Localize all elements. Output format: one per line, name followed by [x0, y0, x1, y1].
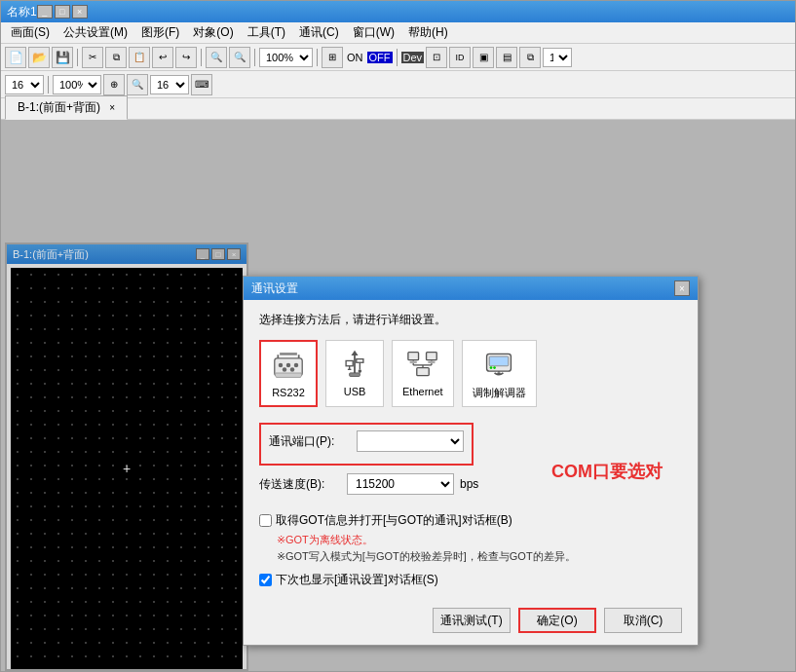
- menu-help[interactable]: 帮助(H): [402, 22, 454, 43]
- checkbox1-label: 取得GOT信息并打开[与GOT的通讯]对话框(B): [276, 512, 512, 529]
- paste-button[interactable]: 📋: [129, 47, 150, 68]
- svg-point-4: [283, 367, 286, 371]
- menu-comm[interactable]: 通讯(C): [293, 22, 345, 43]
- ok-button[interactable]: 确定(O): [518, 608, 596, 633]
- menu-common[interactable]: 公共设置(M): [57, 22, 133, 43]
- zoom-btn3[interactable]: 🔍: [127, 74, 148, 95]
- svg-rect-17: [426, 353, 436, 360]
- svg-point-1: [279, 363, 283, 367]
- ethernet-icon: [405, 347, 440, 382]
- com-port-select[interactable]: [357, 430, 464, 452]
- menu-window[interactable]: 窗口(W): [347, 22, 400, 43]
- on-label: ON: [345, 52, 365, 63]
- svg-rect-23: [409, 360, 416, 363]
- com-port-row: 通讯端口(P):: [269, 430, 464, 452]
- conn-rs232[interactable]: RS232: [259, 340, 318, 407]
- redo-button[interactable]: ↪: [175, 47, 197, 68]
- separator4: [317, 49, 318, 66]
- zoom-in-button[interactable]: 🔍: [206, 47, 227, 68]
- dev-label: Dev: [401, 52, 425, 63]
- save-button[interactable]: 💾: [52, 47, 73, 68]
- conn-modem[interactable]: 调制解调器: [462, 340, 537, 407]
- svg-marker-8: [351, 351, 358, 355]
- form-section: 通讯端口(P): COM口要选对 传送速度(B): 115200 bps: [259, 423, 682, 495]
- open-button[interactable]: 📂: [28, 47, 50, 68]
- svg-point-28: [490, 366, 493, 369]
- title-bar-text: 名称1: [7, 4, 37, 20]
- zoom-select[interactable]: 100%: [259, 48, 313, 67]
- minimize-button[interactable]: _: [37, 5, 53, 19]
- comm-test-button[interactable]: 通讯测试(T): [433, 608, 511, 633]
- menu-tools[interactable]: 工具(T): [242, 22, 291, 43]
- svg-point-2: [286, 363, 290, 367]
- rs232-icon: [271, 348, 306, 383]
- grid-val-select[interactable]: 16: [150, 75, 189, 94]
- frame-button[interactable]: ▣: [473, 47, 494, 68]
- tab-close-btn[interactable]: ×: [109, 102, 115, 113]
- layer-select[interactable]: 1: [543, 48, 572, 67]
- comm-settings-dialog: 通讯设置 × 选择连接方法后，请进行详细设置。: [243, 276, 699, 646]
- menu-graphics[interactable]: 图形(F): [135, 22, 185, 43]
- toolbar-row2: 16 100% ⊕ 🔍 16 ⌨: [1, 71, 795, 98]
- com-port-label: 通讯端口(P):: [269, 433, 357, 450]
- separator5: [397, 49, 398, 66]
- checkbox1-input[interactable]: [259, 514, 272, 527]
- svg-point-14: [359, 369, 362, 373]
- tab-b1[interactable]: B-1:(前面+背面) ×: [5, 95, 128, 120]
- dialog-body: 选择连接方法后，请进行详细设置。: [244, 300, 698, 645]
- svg-rect-16: [408, 353, 419, 360]
- dialog-title-bar: 通讯设置 ×: [244, 277, 698, 300]
- separator1: [77, 49, 78, 66]
- grid-disp-button[interactable]: ⊡: [426, 47, 447, 68]
- cut-button[interactable]: ✂: [82, 47, 103, 68]
- zoom-out-button[interactable]: 🔍: [229, 47, 250, 68]
- menu-object[interactable]: 对象(O): [187, 22, 239, 43]
- close-button[interactable]: ×: [72, 5, 88, 19]
- conn-ethernet[interactable]: Ethernet: [392, 340, 454, 407]
- zoom-btn2[interactable]: ⊕: [103, 74, 125, 95]
- svg-rect-26: [489, 356, 509, 366]
- pct-select[interactable]: 100%: [53, 75, 101, 94]
- dialog-title-text: 通讯设置: [251, 280, 298, 297]
- svg-rect-10: [357, 359, 363, 363]
- cancel-button[interactable]: 取消(C): [604, 608, 682, 633]
- dialog-close-button[interactable]: ×: [674, 280, 690, 296]
- checkbox2-input[interactable]: [259, 574, 272, 586]
- dialog-buttons: 通讯测试(T) 确定(O) 取消(C): [259, 600, 682, 633]
- new-button[interactable]: 📄: [5, 47, 26, 68]
- conn-usb[interactable]: USB: [325, 340, 384, 407]
- modem-label: 调制解调器: [473, 386, 526, 400]
- checkbox2-row: 下次也显示[通讯设置]对话框(S): [259, 572, 682, 588]
- title-bar-buttons: _ □ ×: [37, 5, 88, 19]
- conn-type-selector: RS232: [259, 340, 682, 407]
- align-button[interactable]: ▤: [496, 47, 517, 68]
- com-port-highlight-box: 通讯端口(P):: [259, 423, 474, 466]
- separator3: [254, 49, 255, 66]
- id-button[interactable]: ID: [449, 47, 471, 68]
- keyboard-btn[interactable]: ⌨: [191, 74, 212, 95]
- toolbar-row1: 📄 📂 💾 ✂ ⧉ 📋 ↩ ↪ 🔍 🔍 100% ⊞ ON OFF Dev ⊡ …: [1, 44, 795, 71]
- note1: ※GOT为离线状态。: [277, 533, 682, 547]
- ethernet-label: Ethernet: [402, 386, 443, 397]
- note2: ※GOT写入模式为[与GOT的校验差异时]，检查与GOT的差异。: [277, 549, 682, 564]
- usb-label: USB: [344, 386, 366, 397]
- menu-screen[interactable]: 画面(S): [5, 22, 56, 43]
- modem-icon: [481, 347, 516, 382]
- grid-button[interactable]: ⊞: [322, 47, 343, 68]
- com-hint-label: COM口要选对: [551, 460, 663, 483]
- svg-point-5: [290, 367, 294, 371]
- undo-button[interactable]: ↩: [152, 47, 173, 68]
- svg-point-29: [493, 366, 496, 369]
- copy-button[interactable]: ⧉: [105, 47, 127, 68]
- svg-rect-18: [417, 368, 429, 376]
- tab-label: B-1:(前面+背面): [18, 100, 100, 114]
- svg-rect-9: [346, 360, 353, 365]
- baud-rate-select[interactable]: 115200: [347, 473, 454, 495]
- layer-button[interactable]: ⧉: [519, 47, 541, 68]
- tab-bar: B-1:(前面+背面) ×: [1, 98, 795, 120]
- maximize-button[interactable]: □: [55, 5, 70, 19]
- app-window: 名称1 _ □ × 画面(S) 公共设置(M) 图形(F) 对象(O) 工具(T…: [0, 0, 796, 672]
- off-label: OFF: [367, 52, 393, 63]
- zoom-val-select[interactable]: 16: [5, 75, 44, 94]
- baud-rate-label: 传送速度(B):: [259, 476, 347, 493]
